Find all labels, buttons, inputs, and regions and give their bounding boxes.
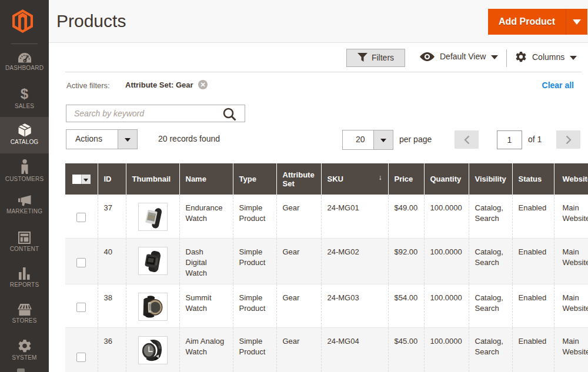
svg-text:$: $ [21, 87, 29, 101]
